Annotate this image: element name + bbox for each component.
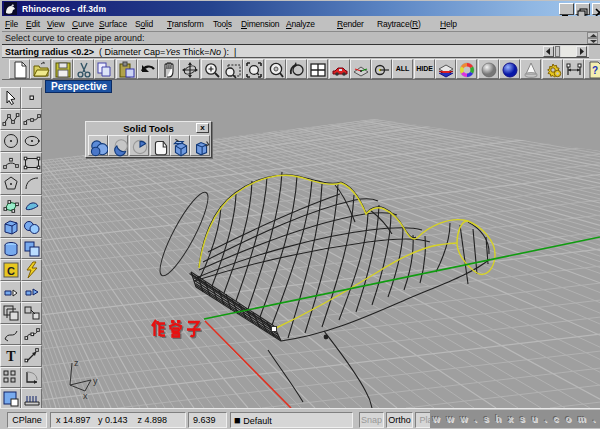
svg-text:C: C bbox=[7, 265, 15, 277]
svg-text:?: ? bbox=[592, 65, 598, 76]
svg-text:x: x bbox=[83, 391, 88, 401]
svg-text:T: T bbox=[6, 349, 16, 364]
svg-text:y: y bbox=[93, 376, 98, 386]
svg-text:z: z bbox=[74, 358, 79, 368]
